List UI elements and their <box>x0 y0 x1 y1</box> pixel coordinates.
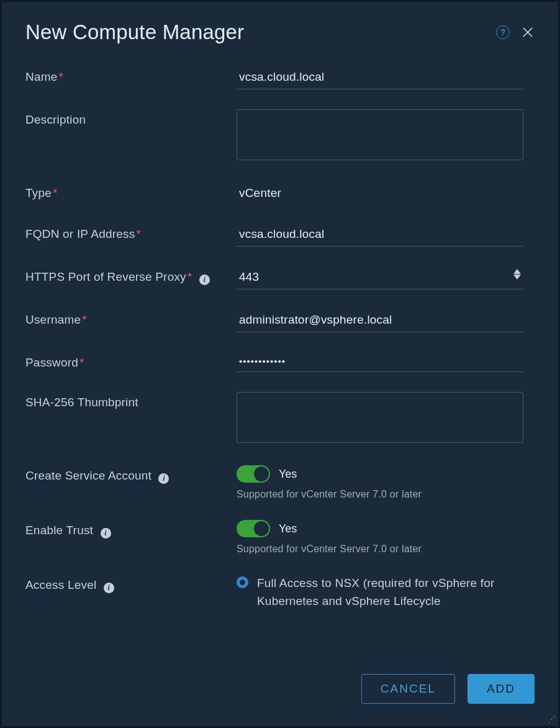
info-icon[interactable]: i <box>158 473 169 484</box>
info-icon[interactable]: i <box>101 528 111 539</box>
info-icon[interactable]: i <box>199 275 210 285</box>
chevron-up-icon <box>513 269 521 274</box>
toggle-value-label: Yes <box>279 522 297 535</box>
password-label: Password* <box>25 352 237 370</box>
chevron-down-icon <box>513 275 521 280</box>
create-service-account-label: Create Service Account i <box>25 465 237 484</box>
close-icon[interactable] <box>521 25 535 39</box>
toggle-value-label: Yes <box>279 468 297 481</box>
name-input[interactable] <box>237 66 523 89</box>
svg-marker-3 <box>513 275 521 280</box>
form-body[interactable]: Name* Description Type* vCenter F <box>2 60 549 657</box>
new-compute-manager-dialog: New Compute Manager ? Name* Description <box>1 1 559 727</box>
username-label: Username* <box>25 309 237 327</box>
add-button[interactable]: ADD <box>467 674 535 704</box>
access-level-full-label: Full Access to NSX (required for vSphere… <box>257 575 523 610</box>
dialog-title: New Compute Manager <box>25 20 496 44</box>
access-level-full-radio[interactable] <box>237 576 248 588</box>
name-label: Name* <box>25 66 237 84</box>
description-label: Description <box>25 109 237 127</box>
type-label: Type* <box>25 183 237 200</box>
access-level-label: Access Level i <box>25 575 237 593</box>
https-port-label: HTTPS Port of Reverse Proxy* i <box>25 266 237 285</box>
dialog-footer: CANCEL ADD <box>2 657 558 726</box>
create-service-account-toggle[interactable] <box>237 465 270 483</box>
https-port-input[interactable] <box>237 266 523 289</box>
fqdn-input[interactable] <box>237 224 523 247</box>
enable-trust-toggle[interactable] <box>237 520 270 537</box>
thumbprint-input[interactable] <box>237 392 523 443</box>
svg-marker-2 <box>513 269 521 274</box>
username-input[interactable] <box>237 309 523 332</box>
help-icon[interactable]: ? <box>496 25 510 39</box>
fqdn-label: FQDN or IP Address* <box>25 224 237 241</box>
info-icon[interactable]: i <box>104 583 114 593</box>
type-value: vCenter <box>237 183 523 204</box>
dialog-header: New Compute Manager ? <box>2 2 558 60</box>
thumbprint-label: SHA-256 Thumbprint <box>25 392 237 409</box>
description-input[interactable] <box>237 109 523 160</box>
cancel-button[interactable]: CANCEL <box>361 674 455 704</box>
enable-trust-label: Enable Trust i <box>25 520 237 539</box>
password-input[interactable] <box>237 352 523 372</box>
number-stepper[interactable] <box>513 269 521 280</box>
help-text: Supported for vCenter Server 7.0 or late… <box>237 489 523 500</box>
help-text: Supported for vCenter Server 7.0 or late… <box>237 544 523 555</box>
